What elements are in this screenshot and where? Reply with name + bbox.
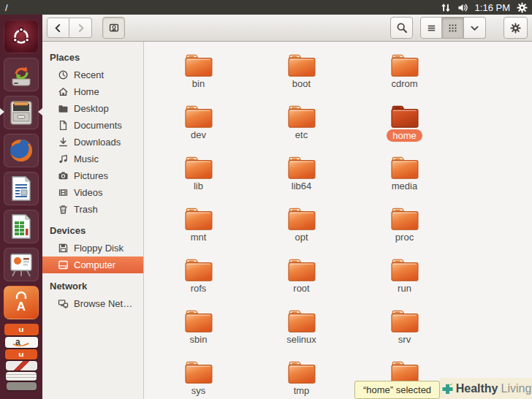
folder-item-lib64[interactable]: lib64	[250, 153, 353, 205]
list-view-icon	[426, 23, 437, 34]
home-icon	[58, 86, 69, 97]
location-root-button[interactable]	[102, 17, 125, 39]
watermark: Healthy Living	[440, 378, 532, 399]
sidebar-item-recent[interactable]: Recent	[42, 66, 143, 83]
launcher-focus-arrow-left-icon	[0, 108, 4, 115]
launcher-focus-arrow-right-icon	[38, 108, 42, 115]
folder-icon	[287, 102, 316, 129]
sidebar-item-browse-net[interactable]: Browse Net…	[42, 295, 143, 312]
folder-icon	[390, 256, 419, 282]
grid-view-button[interactable]	[442, 17, 464, 39]
sidebar-item-videos[interactable]: Videos	[42, 184, 143, 201]
back-button[interactable]	[47, 18, 69, 38]
folder-item-lib[interactable]: lib	[147, 153, 250, 205]
folder-icon	[390, 153, 419, 180]
launcher-item-libreoffice-calc[interactable]	[4, 210, 39, 243]
list-view-button[interactable]	[420, 17, 442, 39]
search-button[interactable]	[390, 17, 413, 39]
launcher-item-workspace[interactable]	[7, 382, 37, 390]
folder-item-boot[interactable]: boot	[250, 51, 353, 102]
folder-label: media	[392, 180, 417, 191]
folder-item-srv[interactable]: srv	[353, 307, 456, 358]
folder-label: lib64	[292, 180, 311, 191]
view-switcher-group	[420, 17, 486, 39]
launcher-item-amazon[interactable]: a	[5, 337, 38, 348]
folder-label: boot	[292, 78, 311, 89]
sidebar-item-home[interactable]: Home	[42, 83, 143, 100]
floppy-icon	[58, 243, 69, 254]
folder-icon	[390, 102, 419, 129]
launcher-item-libreoffice-writer[interactable]	[4, 172, 39, 205]
folder-icon	[184, 307, 213, 333]
folder-label: home	[387, 129, 422, 142]
launcher-item-text-document[interactable]	[6, 372, 37, 381]
chevron-right-icon	[75, 23, 86, 34]
sidebar-item-pictures[interactable]: Pictures	[42, 167, 143, 184]
network-icon	[58, 298, 69, 309]
folder-label: proc	[395, 232, 414, 243]
sidebar-item-label: Floppy Disk	[74, 243, 123, 254]
sidebar-item-documents[interactable]: Documents	[42, 117, 143, 134]
gear-menu-button[interactable]	[503, 17, 528, 39]
folder-item-etc[interactable]: etc	[250, 102, 353, 153]
folder-item-root[interactable]: root	[250, 256, 353, 307]
sidebar-item-computer[interactable]: Computer	[42, 256, 143, 273]
clock-indicator[interactable]: 1:16 PM	[475, 2, 510, 13]
folder-item-selinux[interactable]: selinux	[250, 307, 353, 358]
sidebar-item-trash[interactable]: Trash	[42, 201, 143, 218]
launcher-item-ubuntu-one-music[interactable]: u	[5, 349, 37, 360]
folder-label: selinux	[286, 334, 316, 345]
folder-item-home[interactable]: home	[353, 102, 456, 153]
sidebar-item-label: Music	[74, 153, 99, 164]
folder-label: bin	[192, 78, 205, 89]
folder-item-run[interactable]: run	[353, 256, 456, 307]
chevron-down-icon	[469, 23, 480, 34]
launcher-item-file-manager[interactable]	[4, 96, 39, 129]
folder-label: run	[398, 283, 411, 294]
folder-item-rofs[interactable]: rofs	[147, 256, 250, 307]
sidebar-item-music[interactable]: Music	[42, 151, 143, 167]
folder-item-media[interactable]: media	[353, 153, 456, 205]
film-icon	[58, 187, 69, 198]
launcher-item-firefox[interactable]	[4, 134, 39, 167]
launcher-item-libreoffice-impress[interactable]	[4, 248, 39, 281]
search-icon	[396, 22, 408, 34]
launcher-item-software-updater[interactable]	[4, 58, 39, 91]
sidebar-item-downloads[interactable]: Downloads	[42, 134, 143, 151]
network-indicator-icon[interactable]	[440, 2, 451, 13]
folder-item-sys[interactable]: sys	[147, 358, 250, 399]
launcher-item-ubuntu-dash[interactable]	[4, 20, 39, 53]
folder-item-bin[interactable]: bin	[147, 51, 250, 102]
grid-view-icon	[447, 23, 458, 34]
folder-item-cdrom[interactable]: cdrom	[353, 51, 456, 102]
folder-item-mnt[interactable]: mnt	[147, 205, 250, 256]
folder-icon	[287, 358, 316, 384]
sidebar-item-label: Browse Net…	[74, 298, 132, 309]
sidebar-item-floppy-disk[interactable]: Floppy Disk	[42, 240, 143, 256]
desktop-icon	[58, 103, 69, 114]
folder-item-opt[interactable]: opt	[250, 205, 353, 256]
launcher-folded-stack: uau	[0, 324, 42, 390]
content-pane: binbootcdromdevetchomeliblib64mediamntop…	[145, 42, 532, 399]
file-manager-window: PlacesRecentHomeDesktopDocumentsDownload…	[42, 15, 532, 399]
folder-icon	[184, 205, 213, 231]
sidebar-item-label: Computer	[74, 259, 115, 270]
watermark-bold-text: Healthy	[456, 382, 498, 395]
folder-label: sys	[191, 385, 206, 396]
folder-label: sbin	[190, 334, 208, 345]
folder-item-sbin[interactable]: sbin	[147, 307, 250, 358]
sidebar-item-label: Home	[74, 86, 99, 97]
sidebar-section-header: Places	[42, 46, 143, 66]
window-title: /	[5, 2, 8, 13]
volume-indicator-icon[interactable]	[457, 2, 468, 13]
forward-button[interactable]	[69, 18, 92, 38]
sidebar-item-desktop[interactable]: Desktop	[42, 100, 143, 117]
folder-item-proc[interactable]: proc	[353, 205, 456, 256]
launcher-item-ubuntu-one[interactable]: u	[4, 324, 39, 335]
session-menu-icon[interactable]	[517, 2, 528, 13]
folder-item-dev[interactable]: dev	[147, 102, 250, 153]
launcher-item-system-settings[interactable]	[6, 361, 37, 370]
launcher-item-ubuntu-software-center[interactable]: A	[4, 286, 39, 319]
view-options-button[interactable]	[464, 17, 486, 39]
folder-item-tmp[interactable]: tmp	[250, 358, 353, 399]
